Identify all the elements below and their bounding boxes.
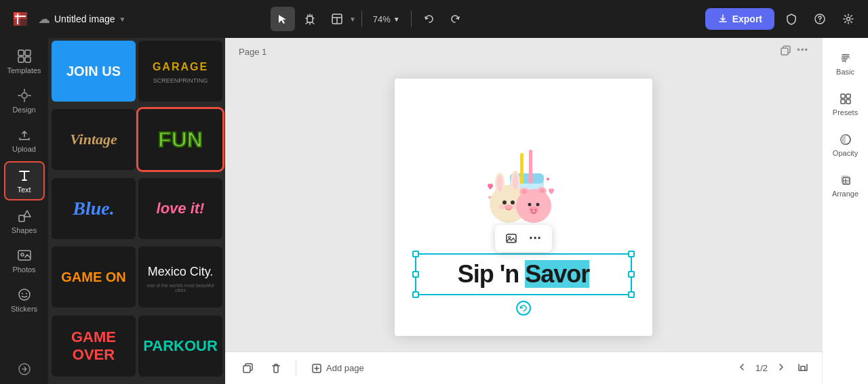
svg-rect-54 xyxy=(846,94,850,98)
handle-bottom-right[interactable] xyxy=(628,291,635,298)
next-page-button[interactable] xyxy=(773,359,789,377)
page-label: Page 1 xyxy=(239,47,267,57)
delete-page-button[interactable] xyxy=(264,357,288,380)
pan-tool-button[interactable] xyxy=(298,7,322,31)
page-label-row: Page 1 ••• xyxy=(225,38,822,63)
add-page-button[interactable]: Add page xyxy=(304,359,371,378)
pagination: 1/2 xyxy=(734,359,811,377)
sidebar-item-design[interactable]: Design xyxy=(4,83,45,119)
help-icon-button[interactable] xyxy=(808,7,831,30)
canvas-frame: ••• Sip 'n Savor xyxy=(395,79,652,336)
right-item-opacity[interactable]: Opacity xyxy=(827,127,865,163)
right-item-label: Arrange xyxy=(832,190,859,198)
sidebar-item-shapes[interactable]: Shapes xyxy=(4,203,45,240)
templates-panel: JOIN US GARAGE SCREENPRINTING Vintage FU… xyxy=(49,38,225,384)
svg-point-35 xyxy=(511,200,515,205)
context-toolbar: ••• xyxy=(495,225,552,252)
svg-rect-56 xyxy=(846,100,850,104)
duplicate-page-icon[interactable] xyxy=(779,45,791,59)
handle-middle-right[interactable] xyxy=(628,271,635,278)
svg-rect-53 xyxy=(841,94,845,98)
svg-point-45 xyxy=(536,203,540,207)
sidebar-item-stickers[interactable]: Stickers xyxy=(4,282,45,318)
svg-point-48 xyxy=(535,209,537,211)
right-item-basic[interactable]: Basic xyxy=(827,46,865,81)
export-button[interactable]: Export xyxy=(705,8,774,30)
left-sidebar: Templates Design Upload Text Shapes Phot… xyxy=(0,38,49,384)
svg-point-34 xyxy=(502,200,507,205)
svg-rect-55 xyxy=(841,100,845,104)
zoom-value: 74% xyxy=(373,14,391,24)
template-card-parkour[interactable]: PARKOUR xyxy=(138,316,222,377)
svg-point-31 xyxy=(497,175,502,192)
svg-point-46 xyxy=(529,207,538,213)
export-label: Export xyxy=(732,14,762,24)
svg-rect-12 xyxy=(25,57,31,62)
handle-top-left[interactable] xyxy=(412,251,419,257)
template-card-love-it[interactable]: love it! xyxy=(138,178,222,239)
handle-bottom-left[interactable] xyxy=(412,291,419,298)
context-image-icon[interactable] xyxy=(502,229,521,248)
sidebar-item-label: Design xyxy=(12,106,35,114)
svg-rect-25 xyxy=(529,150,532,184)
rotate-handle[interactable] xyxy=(516,301,531,316)
template-card-blue[interactable]: Blue. xyxy=(52,178,136,239)
add-page-label: Add page xyxy=(326,363,364,373)
handle-top-right[interactable] xyxy=(628,251,635,257)
kawaii-illustration xyxy=(456,106,591,234)
svg-point-8 xyxy=(847,18,850,21)
sidebar-item-photos[interactable]: Photos xyxy=(4,242,45,279)
zoom-control[interactable]: 74% ▼ xyxy=(368,12,406,27)
svg-point-17 xyxy=(19,289,30,300)
expand-pages-button[interactable] xyxy=(795,359,811,377)
main-layout: Templates Design Upload Text Shapes Phot… xyxy=(0,38,868,384)
redo-button[interactable] xyxy=(443,7,467,31)
sidebar-item-upload[interactable]: Upload xyxy=(4,122,45,158)
svg-rect-24 xyxy=(520,153,524,184)
title-dropdown-icon[interactable]: ▼ xyxy=(119,16,126,23)
right-item-arrange[interactable]: Arrange xyxy=(827,168,865,203)
template-card-join-us[interactable]: JOIN US xyxy=(52,41,136,102)
template-card-vintage[interactable]: Vintage xyxy=(52,109,136,170)
document-title[interactable]: Untitled image xyxy=(54,14,115,24)
sidebar-item-templates[interactable]: Templates xyxy=(4,43,45,80)
sidebar-item-label: Photos xyxy=(12,265,35,274)
prev-page-button[interactable] xyxy=(734,359,750,377)
sidebar-item-text[interactable]: Text xyxy=(4,161,45,200)
svg-rect-11 xyxy=(18,57,24,62)
right-item-presets[interactable]: Presets xyxy=(827,87,865,122)
logo-button[interactable] xyxy=(8,7,33,31)
undo-button[interactable] xyxy=(417,7,441,31)
right-item-label: Presets xyxy=(833,108,858,116)
template-card-fun[interactable]: FUN xyxy=(138,109,222,170)
sidebar-expand-btn[interactable] xyxy=(18,362,31,379)
cloud-icon: ☁ xyxy=(38,12,50,26)
layout-tool-button[interactable] xyxy=(325,7,349,31)
template-card-mexico-city[interactable]: Mexico City. one of the worlds most beau… xyxy=(138,247,222,307)
text-element[interactable]: ••• Sip 'n Savor xyxy=(415,253,632,295)
sidebar-item-label: Shapes xyxy=(12,226,37,234)
svg-point-13 xyxy=(22,93,27,98)
template-card-garage[interactable]: GARAGE SCREENPRINTING xyxy=(138,41,222,102)
template-card-game-on[interactable]: GAME ON xyxy=(52,247,136,307)
svg-rect-9 xyxy=(18,50,24,56)
right-item-label: Basic xyxy=(836,68,854,76)
page-count: 1/2 xyxy=(755,363,768,373)
svg-rect-21 xyxy=(781,48,788,55)
settings-icon-button[interactable] xyxy=(837,7,860,30)
canvas-text-content: Sip 'n Savor xyxy=(458,260,590,289)
svg-rect-49 xyxy=(507,234,516,242)
more-options-icon[interactable]: ••• xyxy=(797,45,808,59)
bottom-toolbar: Add page 1/2 xyxy=(225,351,822,384)
handle-middle-left[interactable] xyxy=(412,271,419,278)
shield-icon-button[interactable] xyxy=(780,7,803,30)
template-card-game-over[interactable]: GAME OVER xyxy=(52,316,136,377)
layout-dropdown-icon[interactable]: ▼ xyxy=(349,16,356,23)
select-tool-button[interactable] xyxy=(271,7,295,31)
duplicate-page-button[interactable] xyxy=(236,357,259,380)
context-more-icon[interactable]: ••• xyxy=(526,229,545,248)
svg-point-43 xyxy=(539,189,545,193)
canvas-scroll[interactable]: ••• Sip 'n Savor xyxy=(225,63,822,351)
svg-rect-51 xyxy=(243,366,250,372)
svg-rect-2 xyxy=(307,16,313,22)
